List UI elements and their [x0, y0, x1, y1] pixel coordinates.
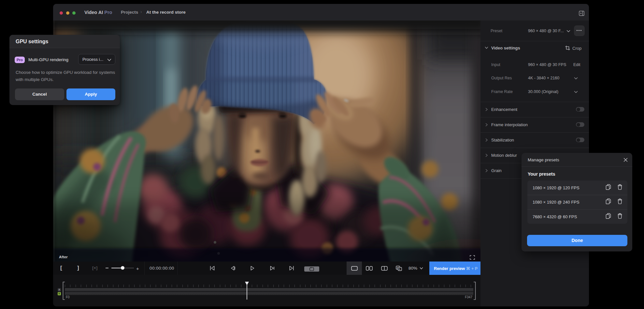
svg-text:A: A — [397, 267, 398, 269]
svg-text:B: B — [399, 268, 400, 270]
